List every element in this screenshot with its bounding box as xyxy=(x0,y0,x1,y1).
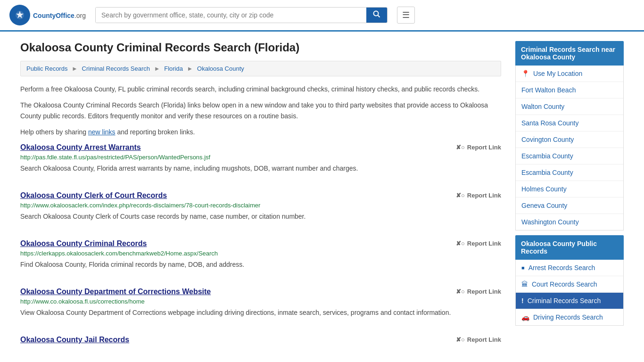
hamburger-button[interactable]: ☰ xyxy=(397,7,415,24)
sidebar-item-escambia-county-1[interactable]: Escambia County xyxy=(516,148,623,165)
result-title-link-0[interactable]: Okaloosa County Arrest Warrants xyxy=(20,143,141,152)
logo[interactable]: CountyOffice.org xyxy=(9,5,86,25)
sidebar-public-records-section: Okaloosa County Public Records ■ Arrest … xyxy=(515,235,624,326)
sidebar-item-geneva-county[interactable]: Geneva County xyxy=(516,197,623,214)
result-desc-3: View Okaloosa County Department of Corre… xyxy=(20,308,501,318)
sidebar-nearby-header: Criminal Records Search near Okaloosa Co… xyxy=(515,41,624,66)
search-bar[interactable] xyxy=(95,7,388,23)
sidebar-item-covington-county[interactable]: Covington County xyxy=(516,132,623,148)
sidebar-item-holmes-county[interactable]: Holmes County xyxy=(516,181,623,197)
sidebar-item-arrest-records[interactable]: ■ Arrest Records Search xyxy=(516,260,623,276)
sidebar-item-washington-county[interactable]: Washington County xyxy=(516,214,623,230)
page-title: Okaloosa County Criminal Records Search … xyxy=(20,41,501,54)
svg-line-3 xyxy=(378,16,380,17)
sidebar-item-use-my-location[interactable]: 📍 Use My Location xyxy=(516,66,623,82)
court-records-icon: 🏛 xyxy=(521,280,528,288)
result-desc-0: Search Okaloosa County, Florida arrest w… xyxy=(20,164,501,173)
result-title-link-4[interactable]: Okaloosa County Jail Records xyxy=(20,336,129,344)
criminal-records-icon: ! xyxy=(521,297,524,304)
breadcrumb-florida[interactable]: Florida xyxy=(164,65,183,72)
report-icon-4: ✘○ xyxy=(456,336,465,343)
result-item-2: Okaloosa County Criminal Records ✘○ Repo… xyxy=(20,239,501,274)
report-icon-3: ✘○ xyxy=(456,288,465,295)
report-link-3[interactable]: ✘○ Report Link xyxy=(456,288,501,295)
sidebar-item-santa-rosa-county[interactable]: Santa Rosa County xyxy=(516,115,623,132)
report-icon-1: ✘○ xyxy=(456,192,465,199)
sidebar-item-driving-records[interactable]: 🚗 Driving Records Search xyxy=(516,309,623,325)
result-desc-1: Search Okaloosa County Clerk of Courts c… xyxy=(20,212,501,222)
report-link-1[interactable]: ✘○ Report Link xyxy=(456,192,501,199)
sidebar-public-records-list: ■ Arrest Records Search 🏛 Court Records … xyxy=(515,260,624,326)
description-3: Help others by sharing new links and rep… xyxy=(20,127,501,137)
breadcrumb-okaloosa-county[interactable]: Okaloosa County xyxy=(197,65,244,72)
description-2: The Okaloosa County Criminal Records Sea… xyxy=(20,100,501,121)
search-button[interactable] xyxy=(366,8,387,23)
result-url-3[interactable]: http://www.co.okaloosa.fl.us/corrections… xyxy=(20,298,501,305)
result-title-link-1[interactable]: Okaloosa County Clerk of Court Records xyxy=(20,191,167,200)
result-desc-2: Find Okaloosa County, Florida criminal r… xyxy=(20,260,501,270)
report-link-4[interactable]: ✘○ Report Link xyxy=(456,336,501,343)
result-item-3: Okaloosa County Department of Correction… xyxy=(20,288,501,322)
sidebar-item-criminal-records[interactable]: ! Criminal Records Search xyxy=(516,293,623,309)
result-title-link-3[interactable]: Okaloosa County Department of Correction… xyxy=(20,288,211,296)
result-item-1: Okaloosa County Clerk of Court Records ✘… xyxy=(20,191,501,226)
report-link-0[interactable]: ✘○ Report Link xyxy=(456,144,501,151)
new-links-link[interactable]: new links xyxy=(88,128,116,136)
driving-records-icon: 🚗 xyxy=(521,313,529,321)
result-url-0[interactable]: http://pas.fdle.state.fl.us/pas/restrict… xyxy=(20,154,501,161)
sidebar-item-escambia-county-2[interactable]: Escambia County xyxy=(516,165,623,181)
breadcrumb-public-records[interactable]: Public Records xyxy=(26,65,67,72)
report-link-2[interactable]: ✘○ Report Link xyxy=(456,240,501,247)
sidebar-public-records-header: Okaloosa County Public Records xyxy=(515,235,624,260)
logo-icon xyxy=(9,5,30,25)
description-1: Perform a free Okaloosa County, FL publi… xyxy=(20,84,501,94)
breadcrumb: Public Records ► Criminal Records Search… xyxy=(20,61,501,76)
result-url-2[interactable]: https://clerkapps.okaloosaclerk.com/benc… xyxy=(20,250,501,257)
report-icon-0: ✘○ xyxy=(456,144,465,151)
result-url-1[interactable]: http://www.okaloosaclerk.com/index.php/r… xyxy=(20,202,501,209)
sidebar-item-walton-county[interactable]: Walton County xyxy=(516,99,623,115)
sidebar-item-court-records[interactable]: 🏛 Court Records Search xyxy=(516,276,623,293)
result-title-link-2[interactable]: Okaloosa County Criminal Records xyxy=(20,239,147,248)
result-item-4: Okaloosa County Jail Records ✘○ Report L… xyxy=(20,336,501,349)
report-icon-2: ✘○ xyxy=(456,240,465,247)
location-pin-icon: 📍 xyxy=(521,70,529,77)
result-item-0: Okaloosa County Arrest Warrants ✘○ Repor… xyxy=(20,143,501,178)
breadcrumb-criminal-records-search[interactable]: Criminal Records Search xyxy=(82,65,150,72)
sidebar-nearby-list: 📍 Use My Location Fort Walton Beach Walt… xyxy=(515,66,624,230)
svg-point-2 xyxy=(374,11,379,16)
sidebar-nearby-section: Criminal Records Search near Okaloosa Co… xyxy=(515,41,624,230)
sidebar-item-fort-walton-beach[interactable]: Fort Walton Beach xyxy=(516,82,623,99)
arrest-records-icon: ■ xyxy=(521,265,525,271)
logo-text: CountyOffice.org xyxy=(33,10,86,20)
search-input[interactable] xyxy=(96,8,366,23)
